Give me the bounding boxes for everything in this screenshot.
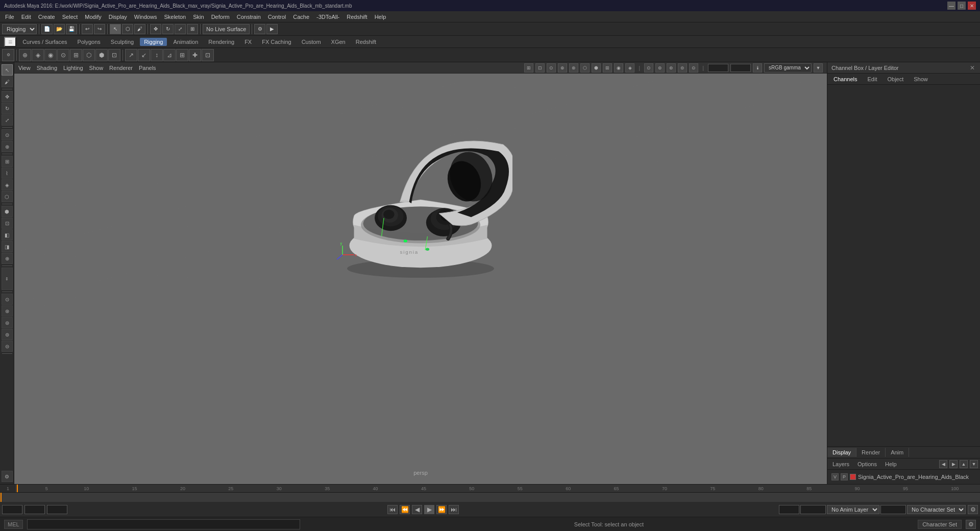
menu-control[interactable]: Control <box>265 13 289 21</box>
module-curves-surfaces[interactable]: Curves / Surfaces <box>18 38 71 46</box>
frame-start-input[interactable]: 1 <box>2 505 22 514</box>
menu-skin[interactable]: Skin <box>190 13 207 21</box>
shelf-btn-10[interactable]: ↙ <box>138 49 150 61</box>
select-tool-btn[interactable]: ↖ <box>2 64 13 76</box>
menu-display[interactable]: Display <box>106 13 130 21</box>
menu-windows[interactable]: Windows <box>131 13 160 21</box>
channel-tab-show[interactable]: Show <box>910 75 932 83</box>
shelf-btn-12[interactable]: ⊿ <box>163 49 176 61</box>
render-settings-button[interactable]: ⚙ <box>254 24 265 34</box>
vp-ctrl-gamma-icon[interactable]: 🌡 <box>753 63 762 73</box>
close-button[interactable]: ✕ <box>968 2 976 10</box>
left-btn-extra7[interactable]: ⊙ <box>2 294 13 305</box>
no-live-surface-button[interactable]: No Live Surface <box>203 24 250 34</box>
vp-ctrl-expand[interactable]: ▼ <box>814 63 823 73</box>
vp-menu-shading[interactable]: Shading <box>37 65 57 71</box>
shelf-btn-6[interactable]: ⬡ <box>83 49 95 61</box>
module-redshift[interactable]: Redshift <box>352 38 380 46</box>
shelf-btn-7[interactable]: ⬢ <box>95 49 108 61</box>
paint-select-button[interactable]: 🖌 <box>134 24 145 34</box>
frame-current-input[interactable]: 1 <box>24 505 45 514</box>
shelf-btn-14[interactable]: ✚ <box>189 49 201 61</box>
shelf-btn-1[interactable]: ⊕ <box>19 49 31 61</box>
menu-constrain[interactable]: Constrain <box>234 13 264 21</box>
menu-deform[interactable]: Deform <box>208 13 233 21</box>
module-rendering[interactable]: Rendering <box>204 38 238 46</box>
playback-end-input[interactable]: 200 <box>880 505 906 514</box>
vp-gamma-dropdown[interactable]: sRGB gamma <box>764 63 812 73</box>
vp-ctrl-6[interactable]: ⬡ <box>580 63 590 73</box>
vp-menu-panels[interactable]: Panels <box>139 65 156 71</box>
range-end-input[interactable]: 120 <box>800 505 826 514</box>
shelf-btn-11[interactable]: ↕ <box>151 49 163 61</box>
layer-tab-help[interactable]: Help <box>882 460 900 468</box>
shelf-btn-4[interactable]: ⊙ <box>57 49 69 61</box>
shelf-btn-3[interactable]: ◉ <box>44 49 57 61</box>
vp-menu-lighting[interactable]: Lighting <box>63 65 83 71</box>
scale-tool-button[interactable]: ⤢ <box>175 24 186 34</box>
left-btn-settings[interactable]: ⚙ <box>2 471 13 482</box>
layer-nav-down[interactable]: ▼ <box>970 460 978 468</box>
menu-cache[interactable]: Cache <box>290 13 312 21</box>
viewport-canvas[interactable]: signia x <box>14 74 827 484</box>
channel-tab-edit[interactable]: Edit <box>863 75 881 83</box>
vp-ctrl-3[interactable]: ⊙ <box>547 63 556 73</box>
left-btn-extra3[interactable]: ◧ <box>2 229 13 240</box>
channel-tab-object[interactable]: Object <box>883 75 908 83</box>
play-forward-button[interactable]: ▶ <box>424 505 434 514</box>
vp-menu-view[interactable]: View <box>18 65 31 71</box>
module-fx-caching[interactable]: FX Caching <box>258 38 295 46</box>
move-tool-button[interactable]: ✥ <box>150 24 161 34</box>
module-custom[interactable]: Custom <box>298 38 325 46</box>
vp-input-gamma1[interactable]: 0.00 <box>708 64 728 72</box>
channel-tab-channels[interactable]: Channels <box>829 75 861 83</box>
minimize-button[interactable]: — <box>947 2 955 10</box>
lasso-select-button[interactable]: ⬡ <box>122 24 133 34</box>
save-file-button[interactable]: 💾 <box>66 24 77 34</box>
layer-tab-options[interactable]: Options <box>854 460 880 468</box>
menu-skeleton[interactable]: Skeleton <box>161 13 189 21</box>
frame-step-input[interactable]: 1 <box>47 505 67 514</box>
left-btn-extra5[interactable]: ⊕ <box>2 253 13 264</box>
vp-ctrl-1[interactable]: ⊞ <box>524 63 533 73</box>
vp-ctrl-12[interactable]: ⊚ <box>655 63 665 73</box>
left-btn-extra10[interactable]: ⊚ <box>2 329 13 340</box>
layer-visibility-p[interactable]: P <box>841 473 848 480</box>
step-back-button[interactable]: ⏪ <box>400 505 410 514</box>
left-btn-extra11[interactable]: ⊝ <box>2 341 13 352</box>
play-end-button[interactable]: ⏭ <box>449 505 459 514</box>
paint-select-btn[interactable]: 🖌 <box>2 76 13 87</box>
menu-3dtoall[interactable]: -3DToAll- <box>313 13 342 21</box>
left-btn-extra8[interactable]: ⊛ <box>2 305 13 317</box>
layer-nav-prev[interactable]: ◀ <box>939 460 947 468</box>
rotate-tool-button[interactable]: ↻ <box>162 24 174 34</box>
status-settings-button[interactable]: ⚙ <box>966 520 976 529</box>
vp-input-gamma2[interactable]: 1.00 <box>730 64 751 72</box>
module-polygons[interactable]: Polygons <box>74 38 105 46</box>
render-button[interactable]: ▶ <box>266 24 278 34</box>
range-start-input[interactable]: 1 <box>779 505 799 514</box>
rotate-tool-left-btn[interactable]: ↻ <box>2 103 13 114</box>
open-file-button[interactable]: 📂 <box>54 24 65 34</box>
maximize-button[interactable]: □ <box>958 2 966 10</box>
module-sculpting[interactable]: Sculpting <box>107 38 138 46</box>
vp-menu-renderer[interactable]: Renderer <box>109 65 133 71</box>
undo-button[interactable]: ↩ <box>82 24 93 34</box>
right-panel-close-button[interactable]: ✕ <box>969 64 976 71</box>
layer-nav-up[interactable]: ▲ <box>960 460 968 468</box>
layer-item-1[interactable]: V P Signia_Active_Pro_are_Hearing_Aids_B… <box>829 472 978 482</box>
snap-curve-btn[interactable]: ⌇ <box>2 167 13 179</box>
left-btn-extra1[interactable]: ⬢ <box>2 206 13 217</box>
vp-ctrl-7[interactable]: ⬢ <box>592 63 601 73</box>
module-xgen[interactable]: XGen <box>327 38 350 46</box>
shelf-btn-15[interactable]: ⊡ <box>202 49 214 61</box>
vp-ctrl-15[interactable]: ⊝ <box>689 63 698 73</box>
vp-ctrl-13[interactable]: ⊛ <box>667 63 676 73</box>
left-btn-extra2[interactable]: ⊡ <box>2 218 13 229</box>
vp-ctrl-2[interactable]: ⊡ <box>535 63 545 73</box>
menu-select[interactable]: Select <box>59 13 81 21</box>
shelf-btn-9[interactable]: ↗ <box>125 49 137 61</box>
left-btn-extra4[interactable]: ◨ <box>2 241 13 252</box>
timeline-bar[interactable] <box>0 493 980 502</box>
transform-tool-button[interactable]: ⊞ <box>187 24 198 34</box>
